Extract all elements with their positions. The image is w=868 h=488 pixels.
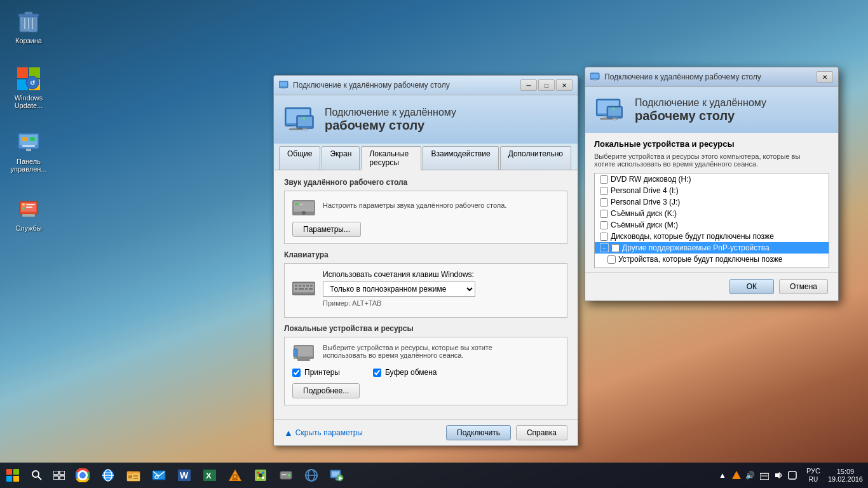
svg-marker-124 <box>732 471 741 479</box>
tray-expand-icon[interactable]: ▲ <box>716 463 729 488</box>
tree-item-drives-later-checkbox[interactable] <box>600 233 608 241</box>
dialog2-footer: ОК Отмена <box>585 272 838 301</box>
tree-item-drives-later-label: Дисководы, которые будут подключены позж… <box>611 232 774 241</box>
tree-item-removable-k[interactable]: Съёмный диск (K:) <box>595 208 829 219</box>
taskbar-lang: РУС RU <box>804 463 823 488</box>
start-button[interactable] <box>0 463 25 488</box>
local-devices-icon <box>292 344 315 364</box>
taskbar-clock[interactable]: 15:09 19.02.2016 <box>823 463 868 488</box>
local-desc: Выберите устройства и ресурсы, которые в… <box>323 344 492 359</box>
svg-point-111 <box>259 473 262 477</box>
svg-rect-6 <box>17 67 28 78</box>
tab-screen[interactable]: Экран <box>322 146 360 170</box>
desktop-icon-control-panel[interactable]: Панель управлен... <box>6 127 51 175</box>
taskbar-vlc[interactable] <box>222 463 248 488</box>
tray-network-icon[interactable] <box>758 463 771 488</box>
keyboard-combo-label: Использовать сочетания клавиш Windows: <box>323 270 475 279</box>
taskbar-paint[interactable] <box>248 463 273 488</box>
svg-rect-22 <box>26 204 35 205</box>
svg-rect-73 <box>13 476 19 482</box>
dialog1-window-controls[interactable]: ─ □ ✕ <box>520 79 573 91</box>
tree-item-removable-m-checkbox[interactable] <box>600 221 608 229</box>
tree-item-pd3-checkbox[interactable] <box>600 198 608 207</box>
taskbar-time: 15:09 <box>837 468 855 475</box>
tree-item-devices-later[interactable]: Устройства, которые будут подключены поз… <box>595 254 829 265</box>
tab-interaction[interactable]: Взаимодействие <box>423 146 498 170</box>
hide-params-link[interactable]: ▲ Скрыть параметры <box>284 428 363 438</box>
svg-point-39 <box>302 211 306 215</box>
cancel-button[interactable]: Отмена <box>779 279 828 294</box>
svg-point-57 <box>295 357 297 359</box>
dialog-rdp-2: Подключение к удалённому рабочему столу … <box>585 67 839 301</box>
taskbar-chrome[interactable] <box>70 463 95 488</box>
dialog1-maximize-btn[interactable]: □ <box>538 79 555 91</box>
pnp-expand-icon[interactable]: − <box>600 243 609 252</box>
svg-rect-79 <box>60 476 65 480</box>
svg-rect-40 <box>295 203 299 205</box>
dialog-rdp-1: Подключение к удалённому рабочему столу … <box>273 75 578 446</box>
tray-speaker-icon[interactable]: 🔊 <box>744 463 757 488</box>
ok-button[interactable]: ОК <box>729 279 774 294</box>
taskbar-rdp[interactable]: ▶ <box>324 463 349 488</box>
svg-point-74 <box>32 471 39 477</box>
dialog2-title-icon <box>590 72 600 82</box>
taskbar-outlook[interactable]: O <box>146 463 172 488</box>
clipboard-checkbox[interactable] <box>373 369 381 377</box>
dialog1-header-text: Подключение к удалённому рабочему столу <box>325 107 456 133</box>
svg-rect-60 <box>593 79 597 81</box>
tree-item-pd4[interactable]: Personal Drive 4 (I:) <box>595 185 829 196</box>
dialog2-close-btn[interactable]: ✕ <box>817 71 833 83</box>
tray-vlc-icon[interactable] <box>730 463 743 488</box>
tray-notification-icon[interactable] <box>786 463 799 488</box>
tree-item-pd3[interactable]: Personal Drive 3 (J:) <box>595 196 829 208</box>
keyboard-combo-select[interactable]: Только в полноэкранном режиме <box>323 281 475 297</box>
desktop-icon-services[interactable]: Службы <box>6 194 51 234</box>
taskbar-explorer[interactable] <box>121 463 146 488</box>
tree-item-pd4-checkbox[interactable] <box>600 187 608 195</box>
dialog2-tree-list[interactable]: DVD RW дисковод (H:) Personal Drive 4 (I… <box>594 173 829 268</box>
dialog2-window-controls[interactable]: ✕ <box>817 71 833 83</box>
tree-item-removable-k-label: Съёмный диск (K:) <box>611 209 677 218</box>
svg-point-110 <box>262 477 264 479</box>
dialog1-titlebar: Подключение к удалённому рабочему столу … <box>274 76 578 95</box>
tree-item-pnp-checkbox[interactable] <box>611 244 620 252</box>
tray-volume-icon[interactable] <box>772 463 785 488</box>
help-button[interactable]: Справка <box>516 425 567 440</box>
dialog1-header-icon <box>284 104 315 135</box>
svg-text:X: X <box>206 471 212 480</box>
tree-item-pnp[interactable]: − Другие поддерживаемые PnP-устройства <box>595 242 829 254</box>
taskbar-network[interactable] <box>299 463 324 488</box>
tree-item-drives-later[interactable]: Дисководы, которые будут подключены позж… <box>595 231 829 242</box>
tree-item-dvd-label: DVD RW дисковод (H:) <box>611 175 691 184</box>
tree-item-dvd[interactable]: DVD RW дисковод (H:) <box>595 173 829 185</box>
printers-checkbox[interactable] <box>292 369 301 377</box>
taskbar-word[interactable]: W <box>172 463 197 488</box>
svg-point-107 <box>257 471 259 474</box>
tab-advanced[interactable]: Дополнительно <box>500 146 571 170</box>
tree-item-devices-later-checkbox[interactable] <box>607 255 616 264</box>
desktop-icon-windows-update[interactable]: ↺ Windows Update... <box>6 64 51 112</box>
tree-item-removable-m[interactable]: Съёмный диск (M:) <box>595 219 829 231</box>
taskbar-storage[interactable] <box>273 463 299 488</box>
tree-item-devices-later-label: Устройства, которые будут подключены поз… <box>618 255 782 264</box>
connect-button[interactable]: Подключить <box>446 425 511 440</box>
tree-item-removable-k-checkbox[interactable] <box>600 210 608 218</box>
tree-item-dvd-checkbox[interactable] <box>600 175 608 184</box>
dialog2-header-icon <box>594 95 625 125</box>
desktop-icon-recycle-bin[interactable]: Корзина <box>6 6 51 47</box>
dialog1-close-btn[interactable]: ✕ <box>556 79 573 91</box>
taskbar-ie[interactable] <box>95 463 121 488</box>
tab-local-resources[interactable]: Локальные ресурсы <box>361 146 421 170</box>
params-button[interactable]: Параметры... <box>292 222 361 237</box>
dialog1-tabs: Общие Экран Локальные ресурсы Взаимодейс… <box>274 144 578 170</box>
svg-text:▶: ▶ <box>339 475 343 481</box>
tab-general[interactable]: Общие <box>279 146 320 170</box>
task-view-button[interactable] <box>48 463 70 488</box>
svg-rect-2 <box>25 12 32 15</box>
dialog2-section-title: Локальные устройства и ресурсы <box>594 139 829 149</box>
search-button[interactable] <box>25 463 48 488</box>
dialog1-minimize-btn[interactable]: ─ <box>520 79 537 91</box>
details-button[interactable]: Подробнее... <box>292 383 360 398</box>
taskbar-excel[interactable]: X <box>197 463 222 488</box>
svg-marker-126 <box>775 472 780 478</box>
